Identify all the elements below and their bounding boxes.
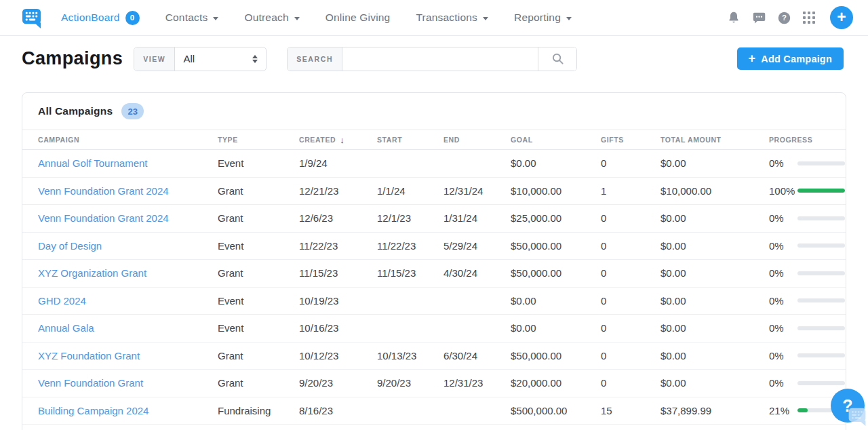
apps-grid-icon[interactable] [800,8,818,27]
total-amount-cell: $0.00 [660,377,769,389]
svg-text:?: ? [782,14,787,22]
campaign-count-badge: 23 [121,103,144,119]
nav-transactions-label: Transactions [416,12,477,24]
table-row: Venn Foundation Grant 2024 Grant 12/6/23… [22,205,846,233]
created-cell: 11/15/23 [299,267,377,279]
start-cell: 12/1/23 [377,212,443,224]
total-amount-cell: $10,000.00 [660,185,769,197]
progress-cell: 0% [769,295,845,307]
type-cell: Grant [218,185,299,197]
gifts-cell: 1 [601,185,660,197]
campaign-link[interactable]: Annual Golf Tournament [38,157,148,169]
type-cell: Grant [218,350,299,361]
search-button[interactable] [538,47,576,71]
page-title: Campaigns [22,48,123,69]
goal-cell: $0.00 [511,322,601,334]
total-amount-cell: $0.00 [660,157,769,169]
nav-outreach-label: Outreach [244,12,288,24]
goal-cell: $0.00 [511,295,601,307]
total-amount-cell: $37,899.99 [660,405,769,416]
chat-icon[interactable] [749,8,768,27]
col-goal[interactable]: GOAL [511,136,601,144]
campaign-link[interactable]: GHD 2024 [38,295,86,307]
search-input[interactable] [342,47,538,71]
progress-percent: 0% [769,322,797,334]
progress-cell: 0% [769,267,845,279]
plus-icon: + [749,52,756,65]
add-campaign-button[interactable]: + Add Campaign [737,47,844,70]
campaign-cell: Day of Design [38,240,218,252]
col-created[interactable]: CREATED ↓ [299,135,377,145]
help-circle-icon[interactable]: ? [774,8,793,27]
start-cell: 1/1/24 [377,185,443,197]
campaign-link[interactable]: Annual Gala [38,322,94,334]
gifts-cell: 0 [601,212,660,224]
campaign-link[interactable]: XYZ Foundation Grant [38,350,140,361]
primary-nav: ActionBoard 0 Contacts Outreach Online G… [61,11,572,25]
progress-bar [797,189,845,193]
notifications-bell-icon[interactable] [724,8,743,27]
view-select[interactable]: All [175,47,266,71]
table-row: Annual Gala Event 10/16/23 $0.00 0 $0.00… [22,315,846,343]
col-campaign[interactable]: CAMPAIGN [38,136,218,144]
campaign-link[interactable]: Building Campaign 2024 [38,405,149,416]
campaign-link[interactable]: Venn Foundation Grant [38,377,143,389]
gifts-cell: 15 [601,405,660,416]
nav-contacts-label: Contacts [165,12,208,24]
col-total-amount[interactable]: TOTAL AMOUNT [660,136,769,144]
col-start[interactable]: START [377,136,443,144]
table-header: CAMPAIGN TYPE CREATED ↓ START END GOAL G… [22,130,846,150]
total-amount-cell: $0.00 [660,212,769,224]
end-cell: 5/29/24 [443,240,511,252]
campaign-link[interactable]: Day of Design [38,240,102,252]
search-icon [551,52,564,65]
col-progress[interactable]: PROGRESS [769,136,836,144]
start-cell: 9/20/23 [377,377,443,389]
campaign-link[interactable]: Venn Foundation Grant 2024 [38,185,169,197]
table-row: Annual Golf Tournament Event 1/9/24 $0.0… [22,150,846,178]
sort-desc-icon: ↓ [340,135,344,145]
nav-reporting[interactable]: Reporting [514,12,572,24]
total-amount-cell: $0.00 [660,295,769,307]
progress-bar [797,243,845,248]
start-cell: 10/13/23 [377,350,443,361]
created-cell: 10/12/23 [299,350,377,361]
progress-bar [797,298,845,302]
created-cell: 12/6/23 [299,212,377,224]
total-amount-cell: $0.00 [660,350,769,361]
col-end[interactable]: END [443,136,511,144]
progress-cell: 0% [769,377,845,389]
progress-cell: 0% [769,350,845,361]
end-cell: 6/30/24 [443,350,511,361]
start-cell: 11/22/23 [377,240,443,252]
table-row: Venn Foundation Grant 2024 Grant 12/21/2… [22,178,846,206]
campaign-link[interactable]: Venn Foundation Grant 2024 [38,212,169,224]
goal-cell: $10,000.00 [511,185,601,197]
nav-transactions[interactable]: Transactions [416,12,488,24]
col-gifts[interactable]: GIFTS [601,136,660,144]
gifts-cell: 0 [601,350,660,361]
table-row: Day of Design Event 11/22/23 11/22/23 5/… [22,233,846,260]
gifts-cell: 0 [601,377,660,389]
gifts-cell: 0 [601,322,660,334]
help-button[interactable]: ? [831,389,866,424]
campaign-cell: Building Campaign 2024 [38,405,218,416]
nav-outreach[interactable]: Outreach [244,12,299,24]
campaign-link[interactable]: XYZ Organization Grant [38,267,146,279]
search-bar: SEARCH [287,47,577,71]
brand-logo-icon[interactable] [20,7,43,29]
nav-online-giving[interactable]: Online Giving [326,12,391,24]
end-cell: 1/31/24 [443,212,511,224]
top-nav: ActionBoard 0 Contacts Outreach Online G… [0,0,868,36]
nav-actionboard[interactable]: ActionBoard 0 [61,11,140,25]
campaign-cell: Annual Gala [38,322,218,334]
progress-percent: 0% [769,350,797,361]
plus-icon: + [837,9,846,25]
nav-reporting-label: Reporting [514,12,561,24]
quick-add-button[interactable]: + [830,6,853,29]
col-type[interactable]: TYPE [218,136,299,144]
gifts-cell: 0 [601,157,660,169]
nav-contacts[interactable]: Contacts [165,12,219,24]
campaign-cell: XYZ Foundation Grant [38,350,218,361]
select-arrows-icon [252,55,258,63]
